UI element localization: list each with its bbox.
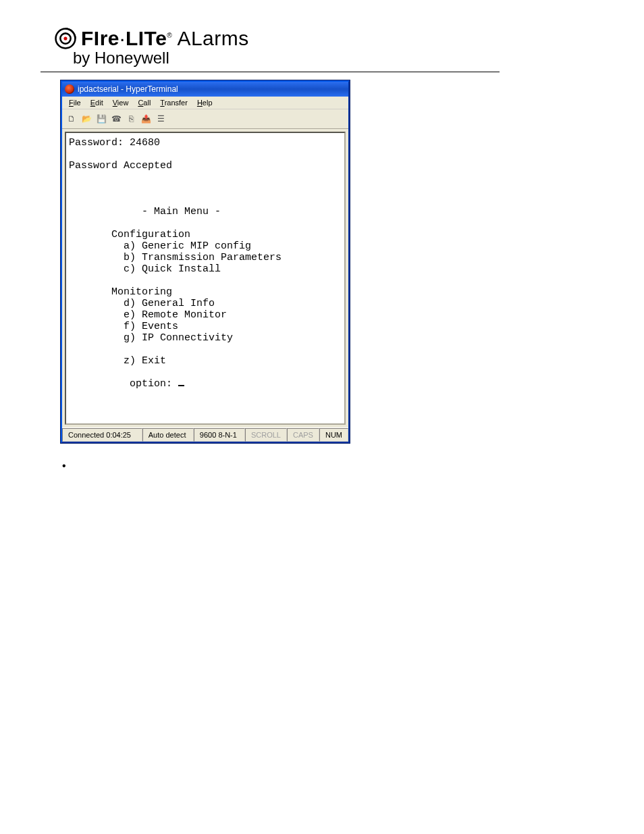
app-icon <box>65 84 74 94</box>
status-detect: Auto detect <box>142 428 194 442</box>
new-icon[interactable]: 🗋 <box>66 113 77 124</box>
menu-transfer[interactable]: Transfer <box>156 98 192 107</box>
brand-main: FIre·LITe® ALarms <box>81 27 249 49</box>
disconnect-icon[interactable]: ⎘ <box>126 113 136 124</box>
properties-icon[interactable]: ☰ <box>155 113 166 124</box>
brand-header: FIre·LITe® ALarms <box>41 27 603 50</box>
status-caps: CAPS <box>287 428 319 442</box>
connect-icon[interactable]: ☎ <box>111 113 122 124</box>
hyperterminal-window: ipdactserial - HyperTerminal File Edit V… <box>61 80 350 443</box>
header-divider <box>41 72 500 72</box>
status-scroll: SCROLL <box>245 428 287 442</box>
open-icon[interactable]: 📂 <box>81 113 92 124</box>
statusbar: Connected 0:04:25 Auto detect 9600 8-N-1… <box>62 427 348 442</box>
menu-file[interactable]: File <box>65 98 85 107</box>
menubar: File Edit View Call Transfer Help <box>62 97 348 109</box>
send-icon[interactable]: 📤 <box>140 113 151 124</box>
bullet: • <box>62 460 603 472</box>
terminal-frame: Password: 24680 Password Accepted - Main… <box>65 132 346 425</box>
save-icon[interactable]: 💾 <box>96 113 107 124</box>
status-serial: 9600 8-N-1 <box>194 428 245 442</box>
menu-help[interactable]: Help <box>193 98 217 107</box>
brand-logo-icon <box>54 27 77 50</box>
status-connected: Connected 0:04:25 <box>62 428 142 442</box>
toolbar: 🗋 📂 💾 ☎ ⎘ 📤 ☰ <box>62 109 348 129</box>
window-titlebar[interactable]: ipdactserial - HyperTerminal <box>62 82 348 97</box>
terminal-content[interactable]: Password: 24680 Password Accepted - Main… <box>66 133 344 394</box>
menu-call[interactable]: Call <box>134 98 155 107</box>
menu-edit[interactable]: Edit <box>86 98 107 107</box>
terminal-cursor <box>178 385 184 386</box>
window-title: ipdactserial - HyperTerminal <box>78 84 178 94</box>
brand-sub: by Honeywell <box>73 49 603 68</box>
status-num: NUM <box>319 428 348 442</box>
svg-point-2 <box>63 36 67 40</box>
menu-view[interactable]: View <box>109 98 133 107</box>
